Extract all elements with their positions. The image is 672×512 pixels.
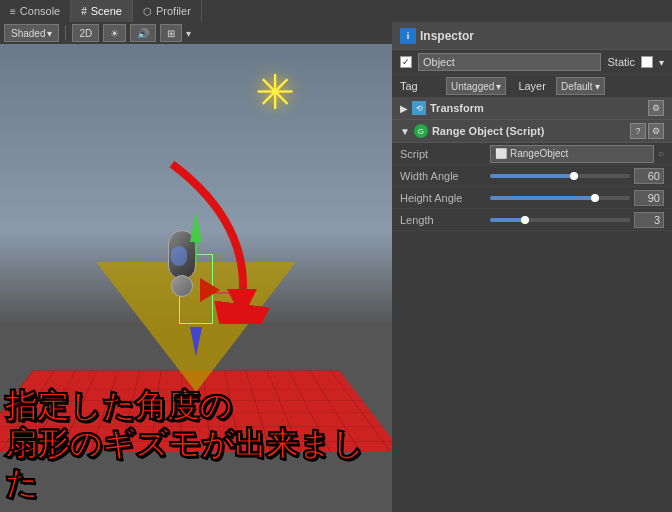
tab-console[interactable]: ≡ Console: [0, 0, 71, 22]
width-angle-label: Width Angle: [400, 170, 490, 182]
japanese-line-2: 扇形のギズモが出来ました: [5, 425, 392, 502]
script-help-btn[interactable]: ?: [630, 123, 646, 139]
shaded-dropdown[interactable]: Shaded ▾: [4, 24, 59, 42]
2d-button[interactable]: 2D: [72, 24, 99, 42]
tag-layer-row: Tag Untagged ▾ Layer Default ▾: [392, 75, 672, 97]
height-angle-fill: [490, 196, 595, 200]
scene-viewport[interactable]: Shaded ▾ 2D ☀ 🔊 ⊞ ▾ ✳: [0, 22, 392, 512]
layer-dropdown[interactable]: Default ▾: [556, 77, 605, 95]
script-label: Script: [400, 148, 490, 160]
console-icon: ≡: [10, 6, 16, 17]
script-section-btns: ? ⚙: [630, 123, 664, 139]
object-row: Static ▾: [392, 50, 672, 75]
svg-marker-1: [227, 289, 257, 319]
transform-settings-btn[interactable]: ⚙: [648, 100, 664, 116]
tab-profiler[interactable]: ⬡ Profiler: [133, 0, 202, 22]
length-slider[interactable]: [490, 218, 630, 222]
length-thumb: [521, 216, 529, 224]
tab-bar: ≡ Console # Scene ⬡ Profiler: [0, 0, 672, 22]
lighting-toggle[interactable]: ☀: [103, 24, 126, 42]
script-section-title: Range Object (Script): [432, 125, 626, 137]
width-angle-slider[interactable]: [490, 174, 630, 178]
scene-toolbar: Shaded ▾ 2D ☀ 🔊 ⊞ ▾: [0, 22, 392, 44]
tab-scene[interactable]: # Scene: [71, 0, 133, 22]
transform-icon: ⟲: [412, 101, 426, 115]
height-angle-thumb: [591, 194, 599, 202]
inspector-title: Inspector: [420, 29, 474, 43]
scene-icon: #: [81, 6, 87, 17]
inspector-header: i Inspector: [392, 22, 672, 50]
content-area: Shaded ▾ 2D ☀ 🔊 ⊞ ▾ ✳: [0, 22, 672, 512]
object-active-checkbox[interactable]: [400, 56, 412, 68]
width-angle-value[interactable]: [634, 168, 664, 184]
script-ref-row: Script ⬜ RangeObject ○: [392, 143, 672, 165]
static-label: Static: [607, 56, 635, 68]
tag-label: Tag: [400, 80, 440, 92]
width-angle-thumb: [570, 172, 578, 180]
profiler-icon: ⬡: [143, 6, 152, 17]
length-row: Length: [392, 209, 672, 231]
japanese-line-1: 指定した角度の: [5, 387, 392, 425]
width-angle-fill: [490, 174, 574, 178]
length-slider-container: [490, 212, 664, 228]
height-angle-slider[interactable]: [490, 196, 630, 200]
height-angle-slider-container: [490, 190, 664, 206]
script-collapse-arrow: ▼: [400, 126, 410, 137]
length-value[interactable]: [634, 212, 664, 228]
audio-toggle[interactable]: 🔊: [130, 24, 156, 42]
transform-section-btns: ⚙: [648, 100, 664, 116]
width-angle-row: Width Angle: [392, 165, 672, 187]
script-section-header[interactable]: ▼ G Range Object (Script) ? ⚙: [392, 120, 672, 143]
toolbar-sep-1: [65, 26, 66, 40]
big-red-arrow: [152, 144, 312, 324]
transform-label: Transform: [430, 102, 644, 114]
inspector-icon: i: [400, 28, 416, 44]
height-angle-row: Height Angle: [392, 187, 672, 209]
width-angle-slider-container: [490, 168, 664, 184]
static-dropdown-arrow[interactable]: ▾: [659, 57, 664, 68]
gizmo-toggle[interactable]: ⊞: [160, 24, 182, 42]
transform-collapse-arrow: ▶: [400, 103, 408, 114]
main-container: ≡ Console # Scene ⬡ Profiler Shaded ▾ 2D: [0, 0, 672, 512]
script-ref-field[interactable]: ⬜ RangeObject: [490, 145, 654, 163]
height-angle-label: Height Angle: [400, 192, 490, 204]
length-label: Length: [400, 214, 490, 226]
toolbar-dropdown-arrow[interactable]: ▾: [186, 28, 191, 39]
gizmo-down-arrow: [190, 327, 202, 357]
script-settings-btn[interactable]: ⚙: [648, 123, 664, 139]
script-ref-indicator: ○: [658, 148, 664, 159]
script-icon: G: [414, 124, 428, 138]
length-fill: [490, 218, 525, 222]
sun-icon: ✳: [255, 64, 295, 120]
inspector-panel: i Inspector Static ▾ Tag Untagged ▾ Laye…: [392, 22, 672, 512]
japanese-text-overlay: 指定した角度の 扇形のギズモが出来ました: [5, 387, 392, 502]
script-ref-icon: ⬜: [495, 148, 507, 159]
scene-canvas: ✳: [0, 44, 392, 512]
transform-section-header[interactable]: ▶ ⟲ Transform ⚙: [392, 97, 672, 120]
height-angle-value[interactable]: [634, 190, 664, 206]
object-name-input[interactable]: [418, 53, 601, 71]
static-checkbox[interactable]: [641, 56, 653, 68]
layer-label: Layer: [518, 80, 546, 92]
tag-dropdown[interactable]: Untagged ▾: [446, 77, 506, 95]
